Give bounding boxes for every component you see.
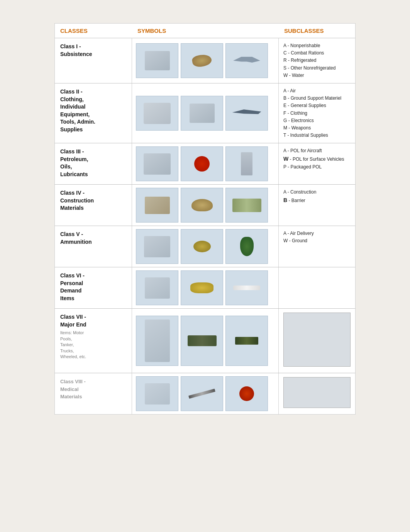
class-viii-symbols (132, 373, 279, 414)
class-vii-symbols (132, 309, 279, 373)
symbol-vi-1 (136, 270, 178, 305)
row-class-i: Class I -Subsistence A - Nonperishable C… (55, 38, 355, 83)
symbol-iii-1 (136, 146, 178, 181)
header-symbols: SYMBOLS (132, 24, 279, 38)
class-viii-subclasses (279, 373, 355, 414)
symbol-v-2 (181, 229, 223, 264)
symbol-viii-1 (136, 376, 178, 411)
class-vii-subclass-box (283, 313, 351, 367)
class-ii-symbols (132, 83, 279, 143)
class-i-label: Class I -Subsistence (55, 38, 132, 83)
symbol-i-3 (225, 43, 268, 78)
class-v-label: Class V -Ammunition (55, 226, 132, 267)
class-vi-label: Class VI -PersonalDemandItems (55, 267, 132, 308)
row-class-iv: Class IV -ConstructionMaterials A - Cons… (55, 184, 355, 226)
class-iii-symbols (132, 143, 279, 184)
header-subclasses: SUBCLASSES (279, 24, 355, 38)
class-ii-subclasses: A - Air B - Ground Support Materiel E - … (279, 83, 355, 143)
symbol-ii-3 (225, 96, 268, 131)
symbol-iii-3 (225, 146, 268, 181)
class-viii-label: Class VIII -MedicalMaterials (55, 373, 132, 414)
class-iv-subclasses: A - Construction B - Barrier (279, 185, 355, 226)
class-v-subclasses: A - Air Delivery W - Ground (279, 226, 355, 267)
class-i-symbols (132, 38, 279, 83)
class-vi-symbols (132, 267, 279, 308)
class-vi-subclasses (279, 267, 355, 308)
symbol-iii-2 (181, 146, 223, 181)
row-class-iii: Class III -Petroleum,Oils,Lubricants A -… (55, 143, 355, 184)
class-iii-subclasses: A - POL for Aircraft W - POL for Surface… (279, 143, 355, 184)
row-class-v: Class V -Ammunition A - Air Delivery W -… (55, 226, 355, 267)
symbol-i-1 (136, 43, 178, 78)
symbol-iv-2 (181, 188, 223, 223)
symbol-i-2 (181, 43, 223, 78)
table-header: CLASSES SYMBOLS SUBCLASSES (55, 24, 355, 38)
symbol-vii-2 (181, 316, 223, 366)
row-class-vi: Class VI -PersonalDemandItems (55, 267, 355, 308)
symbol-vii-3 (225, 316, 268, 366)
class-iii-label: Class III -Petroleum,Oils,Lubricants (55, 143, 132, 184)
class-viii-subclass-box (283, 377, 351, 408)
row-class-vii: Class VII -Major End Items: MotorPools,T… (55, 308, 355, 373)
symbol-iv-3 (225, 188, 268, 223)
symbol-v-1 (136, 229, 178, 264)
class-v-symbols (132, 226, 279, 267)
row-class-ii: Class II -Clothing,IndividualEquipment,T… (55, 83, 355, 143)
symbol-vii-1 (136, 316, 178, 366)
main-table: CLASSES SYMBOLS SUBCLASSES Class I -Subs… (54, 23, 356, 415)
class-i-subclasses: A - Nonperishable C - Combat Rations R -… (279, 38, 355, 83)
class-iv-label: Class IV -ConstructionMaterials (55, 185, 132, 226)
symbol-vi-3 (225, 270, 268, 305)
symbol-ii-1 (136, 96, 178, 131)
symbol-v-3 (225, 229, 268, 264)
class-iv-symbols (132, 185, 279, 226)
symbol-viii-2 (181, 376, 223, 411)
header-classes: CLASSES (55, 24, 132, 38)
class-vii-label: Class VII -Major End Items: MotorPools,T… (55, 309, 132, 373)
class-ii-label: Class II -Clothing,IndividualEquipment,T… (55, 83, 132, 143)
symbol-viii-3 (225, 376, 268, 411)
symbol-iv-1 (136, 188, 178, 223)
symbol-ii-2 (181, 96, 223, 131)
symbol-vi-2 (181, 270, 223, 305)
row-class-viii: Class VIII -MedicalMaterials (55, 373, 355, 414)
class-vii-subclasses (279, 309, 355, 373)
